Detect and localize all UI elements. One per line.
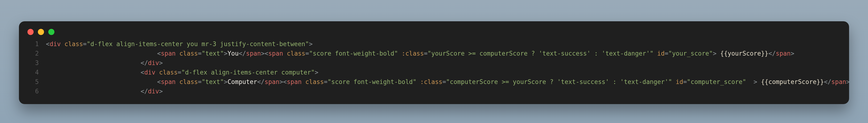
- code-content: </div>: [46, 87, 163, 96]
- code-line: 4 <div class="d-flex align-items-center …: [27, 68, 841, 77]
- line-number: 3: [27, 58, 46, 68]
- code-line: 5 <span class="text">Computer</span><spa…: [27, 77, 841, 87]
- code-window: 1 <div class="d-flex align-items-center …: [19, 21, 849, 104]
- minimize-icon[interactable]: [38, 29, 44, 35]
- code-line: 3 </div>: [27, 58, 841, 68]
- code-line: 6 </div>: [27, 87, 841, 96]
- window-titlebar: [19, 21, 849, 37]
- code-line: 2 <span class="text">You</span><span cla…: [27, 49, 841, 58]
- code-line: 1 <div class="d-flex align-items-center …: [27, 39, 841, 49]
- line-number: 6: [27, 87, 46, 96]
- line-number: 1: [27, 39, 46, 49]
- code-content: <span class="text">You</span><span class…: [46, 49, 795, 58]
- code-content: <div class="d-flex align-items-center co…: [46, 68, 318, 77]
- line-number: 5: [27, 77, 46, 87]
- code-block: 1 <div class="d-flex align-items-center …: [19, 37, 849, 96]
- line-number: 4: [27, 68, 46, 77]
- line-number: 2: [27, 49, 46, 58]
- code-content: <div class="d-flex align-items-center yo…: [46, 39, 313, 49]
- zoom-icon[interactable]: [48, 29, 55, 35]
- code-content: <span class="text">Computer</span><span …: [46, 77, 850, 87]
- code-content: </div>: [46, 58, 163, 68]
- close-icon[interactable]: [27, 29, 34, 35]
